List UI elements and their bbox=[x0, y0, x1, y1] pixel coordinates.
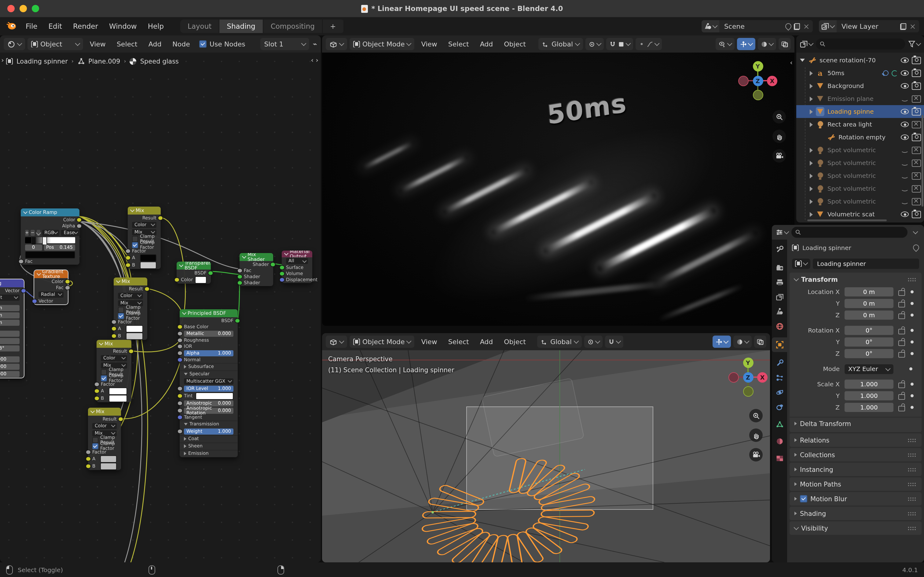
xray-toggle[interactable] bbox=[754, 335, 766, 348]
distribution-dropdown[interactable]: Multiscatter GGX bbox=[184, 378, 233, 384]
socket-factor[interactable] bbox=[125, 248, 130, 254]
rotation-mode-dropdown[interactable]: XYZ Euler bbox=[845, 364, 893, 374]
transmission-weight-slider[interactable]: Weight1.000 bbox=[184, 428, 233, 434]
tab-view-layer[interactable] bbox=[772, 290, 787, 305]
menu-add[interactable]: Add bbox=[476, 338, 497, 346]
scale-z-field[interactable]: 1.000 bbox=[0, 371, 19, 377]
snap-controls[interactable] bbox=[606, 38, 633, 50]
outliner-search-input[interactable] bbox=[816, 39, 905, 50]
node-mix-4[interactable]: Mix Result Color Mix Clamp Result Clamp … bbox=[88, 408, 121, 470]
filter-options-dropdown[interactable] bbox=[911, 227, 920, 238]
blender-logo-icon[interactable] bbox=[6, 21, 16, 31]
menu-help[interactable]: Help bbox=[142, 22, 169, 31]
mode-dropdown[interactable]: Object Mode bbox=[349, 335, 415, 348]
animate-dot[interactable] bbox=[911, 394, 914, 397]
editor-type-button[interactable] bbox=[776, 229, 788, 236]
hide-toggle[interactable] bbox=[901, 199, 909, 204]
use-nodes-checkbox[interactable] bbox=[199, 40, 206, 48]
scale-x-field[interactable]: 1.000 bbox=[0, 356, 19, 362]
panel-visibility[interactable]: Visibility bbox=[790, 521, 922, 535]
tab-physics[interactable] bbox=[772, 385, 787, 400]
new-scene-button[interactable] bbox=[794, 23, 800, 30]
snapping-icon[interactable]: ⌁ bbox=[313, 40, 317, 48]
panel-shading[interactable]: Shading bbox=[790, 507, 922, 520]
lock-icon[interactable] bbox=[898, 352, 905, 357]
rotation-z-field[interactable]: 0° bbox=[845, 349, 893, 358]
new-view-layer-button[interactable] bbox=[900, 23, 906, 30]
menu-render[interactable]: Render bbox=[68, 22, 104, 31]
panel-instancing[interactable]: Instancing bbox=[790, 463, 922, 476]
transform-orientation-dropdown[interactable]: Global bbox=[539, 38, 583, 50]
socket-b[interactable] bbox=[125, 263, 130, 268]
axis-z[interactable]: Z bbox=[753, 76, 763, 86]
ramp-options-dropdown[interactable] bbox=[36, 229, 40, 235]
socket-volume-input[interactable] bbox=[279, 271, 285, 276]
disable-render-toggle[interactable] bbox=[912, 211, 921, 218]
socket-b[interactable] bbox=[111, 334, 116, 338]
socket-a[interactable] bbox=[94, 388, 99, 393]
socket-fac-input[interactable] bbox=[237, 268, 242, 273]
tab-layout[interactable]: Layout bbox=[180, 19, 219, 33]
socket-b[interactable] bbox=[85, 464, 91, 469]
node-gradient-texture[interactable]: Gradient Texture Color Fac Radial Vector bbox=[34, 270, 68, 305]
data-type-dropdown[interactable]: Color bbox=[101, 355, 127, 361]
hide-toggle[interactable] bbox=[901, 122, 909, 127]
tab-constraints[interactable] bbox=[772, 400, 787, 414]
ior-level-slider[interactable]: IOR Level1.000 bbox=[184, 385, 233, 392]
tab-modifiers[interactable] bbox=[772, 356, 787, 371]
object-name-field[interactable]: Loading spinner bbox=[813, 258, 919, 269]
clamp-factor-checkbox[interactable] bbox=[118, 313, 124, 319]
transform-orientation-dropdown[interactable]: Global bbox=[538, 335, 581, 348]
color-b-swatch[interactable] bbox=[126, 332, 143, 340]
data-type-dropdown[interactable]: Color bbox=[118, 292, 143, 298]
disable-render-toggle[interactable] bbox=[912, 198, 921, 205]
outliner-row[interactable]: Spot volumetric bbox=[796, 143, 924, 156]
transmission-section[interactable]: Transmission bbox=[180, 421, 238, 427]
clamp-factor-checkbox[interactable] bbox=[101, 375, 107, 381]
snap-controls[interactable] bbox=[605, 335, 623, 348]
socket-a[interactable] bbox=[85, 456, 91, 461]
socket-shader2-input[interactable] bbox=[237, 280, 242, 285]
panel-collections[interactable]: Collections bbox=[790, 448, 922, 461]
data-type-dropdown[interactable]: Color bbox=[132, 222, 156, 228]
disable-render-toggle[interactable] bbox=[912, 159, 921, 166]
axis-x[interactable]: X bbox=[757, 372, 768, 382]
color-mode-dropdown[interactable]: RGB bbox=[42, 229, 59, 235]
minimize-window-button[interactable] bbox=[19, 5, 27, 12]
socket-factor[interactable] bbox=[111, 319, 116, 324]
node-canvas[interactable]: Loading spinner › Plane.009 › Speed glas… bbox=[0, 53, 321, 562]
show-overlays-dropdown[interactable] bbox=[733, 335, 752, 348]
pan-button[interactable] bbox=[773, 130, 786, 143]
location-y-field[interactable]: 0 m bbox=[0, 312, 19, 318]
interpolation-dropdown[interactable]: Ease bbox=[61, 229, 80, 235]
node-principled-bsdf[interactable]: Principled BSDF BSDF Base Color Metallic… bbox=[180, 309, 238, 457]
object-id-dropdown[interactable] bbox=[792, 258, 810, 269]
color-a-swatch[interactable] bbox=[109, 387, 127, 395]
animate-dot[interactable] bbox=[911, 352, 914, 355]
animate-dot[interactable] bbox=[911, 290, 914, 293]
animate-dot[interactable] bbox=[910, 367, 913, 371]
camera-view-button[interactable] bbox=[773, 149, 786, 163]
rotation-z-field[interactable]: 183° bbox=[0, 345, 19, 351]
socket-result[interactable] bbox=[158, 216, 163, 221]
socket-surface-input[interactable] bbox=[279, 265, 285, 270]
disable-render-toggle[interactable] bbox=[912, 108, 921, 115]
hide-toggle[interactable] bbox=[901, 96, 909, 102]
tab-object[interactable] bbox=[772, 337, 787, 352]
view-object-types-dropdown[interactable] bbox=[716, 38, 734, 50]
editor-type-button[interactable] bbox=[326, 38, 347, 50]
hide-toggle[interactable] bbox=[901, 109, 909, 114]
socket-shader-output[interactable] bbox=[270, 262, 275, 267]
menu-add[interactable]: Add bbox=[476, 40, 497, 48]
outliner-row[interactable]: Spot volumetric bbox=[796, 169, 924, 182]
navigation-gizmo[interactable]: Y X Z bbox=[728, 358, 768, 397]
show-overlays-dropdown[interactable] bbox=[758, 38, 776, 50]
animate-dot[interactable] bbox=[911, 329, 914, 332]
alpha-slider[interactable]: Alpha1.000 bbox=[184, 350, 233, 356]
lock-icon[interactable] bbox=[898, 394, 905, 400]
tab-material[interactable] bbox=[772, 434, 787, 449]
menu-view[interactable]: View bbox=[417, 338, 441, 346]
socket-result[interactable] bbox=[118, 417, 124, 422]
scrollbar-horizontal[interactable] bbox=[807, 219, 887, 221]
socket-base-color[interactable] bbox=[177, 324, 182, 329]
